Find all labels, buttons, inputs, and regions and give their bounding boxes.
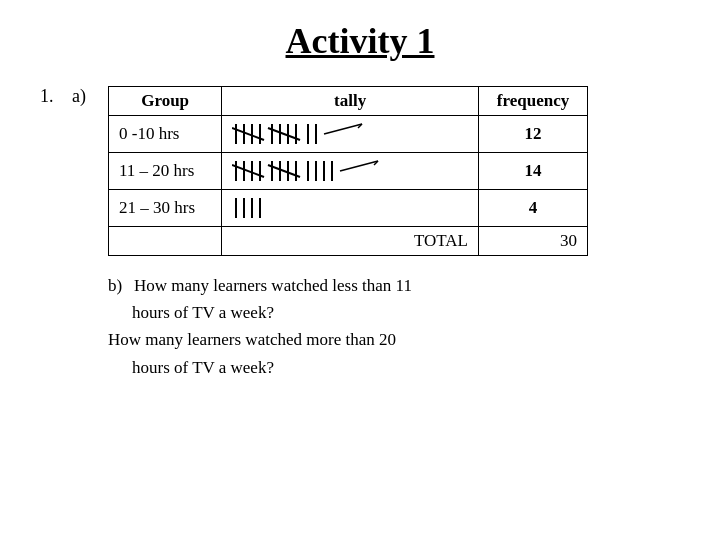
part-b-label: b): [108, 272, 134, 299]
frequency-2: 14: [478, 153, 587, 190]
group-1: 0 -10 hrs: [109, 116, 222, 153]
total-label: TOTAL: [222, 227, 479, 256]
total-row: TOTAL 30: [109, 227, 588, 256]
svg-line-12: [324, 124, 362, 134]
total-empty: [109, 227, 222, 256]
part-b: b) How many learners watched less than 1…: [108, 272, 680, 381]
col-header-group: Group: [109, 87, 222, 116]
tally-marks-4: [232, 194, 312, 222]
tally-marks-14: [232, 157, 392, 185]
table-row: 0 -10 hrs: [109, 116, 588, 153]
frequency-1: 12: [478, 116, 587, 153]
part-b-line3: How many learners watched more than 20: [108, 326, 680, 353]
page-title: Activity 1: [40, 20, 680, 62]
part-b-line1: b) How many learners watched less than 1…: [108, 272, 680, 299]
frequency-3: 4: [478, 190, 587, 227]
svg-line-28: [340, 161, 378, 171]
tally-3: [222, 190, 479, 227]
part-b-line2: hours of TV a week?: [132, 299, 680, 326]
group-3: 21 – 30 hrs: [109, 190, 222, 227]
tally-2: [222, 153, 479, 190]
col-header-frequency: frequency: [478, 87, 587, 116]
question-label: a): [72, 86, 108, 107]
table-row: 21 – 30 hrs 4: [109, 190, 588, 227]
part-b-text4: hours of TV a week?: [132, 358, 274, 377]
page: Activity 1 1. a) Group tally frequency 0…: [0, 0, 720, 540]
tally-1: [222, 116, 479, 153]
part-b-text3: How many learners watched more than 20: [108, 330, 396, 349]
tally-marks-12: [232, 120, 392, 148]
total-value: 30: [478, 227, 587, 256]
group-2: 11 – 20 hrs: [109, 153, 222, 190]
table-row: 11 – 20 hrs: [109, 153, 588, 190]
col-header-tally: tally: [222, 87, 479, 116]
part-b-text1: How many learners watched less than 11: [134, 272, 412, 299]
tally-table: Group tally frequency 0 -10 hrs: [108, 86, 588, 256]
question-number: 1.: [40, 86, 72, 107]
question-block: 1. a) Group tally frequency 0 -10 hrs: [40, 86, 680, 381]
content-block: Group tally frequency 0 -10 hrs: [108, 86, 680, 381]
part-b-text2: hours of TV a week?: [132, 303, 274, 322]
part-b-line4: hours of TV a week?: [132, 354, 680, 381]
